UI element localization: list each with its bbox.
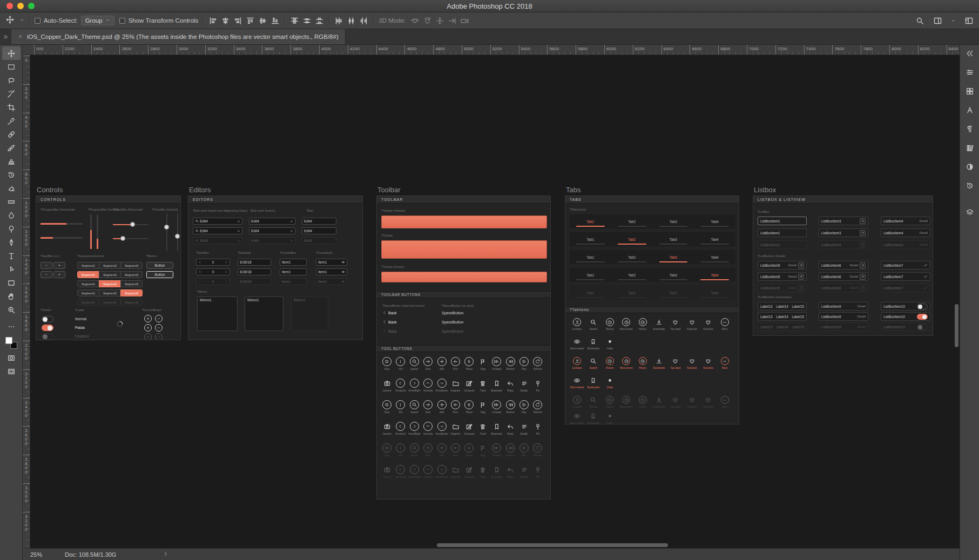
add-icon — [439, 359, 445, 365]
close-tab-icon[interactable] — [18, 33, 23, 40]
history-tool[interactable] — [2, 168, 21, 181]
auto-select-dropdown[interactable]: Group — [81, 16, 114, 25]
mock-toolbutton — [423, 379, 433, 388]
current-tool-icon[interactable] — [5, 15, 15, 26]
slide-3d-icon[interactable] — [448, 16, 457, 25]
mock-segment: Segment2 — [99, 262, 121, 269]
zoom-tool[interactable] — [2, 303, 21, 316]
layout-icon[interactable] — [933, 16, 942, 25]
dodge-tool[interactable] — [2, 222, 21, 235]
distribute-bottom-icon[interactable] — [315, 16, 324, 25]
distribute-center-h-icon[interactable] — [347, 16, 356, 25]
distribute-top-icon[interactable] — [290, 16, 299, 25]
minimize-window-button[interactable] — [17, 3, 24, 9]
brush-tool[interactable] — [2, 141, 21, 154]
heal-tool[interactable] — [2, 127, 21, 141]
vertical-scrollbar-thumb[interactable] — [955, 304, 958, 347]
show-transform-checkbox[interactable] — [119, 18, 125, 24]
layers-panel[interactable] — [963, 206, 977, 218]
wand-tool[interactable] — [2, 87, 21, 100]
stamp-tool[interactable] — [2, 154, 21, 168]
align-left-icon[interactable] — [208, 16, 218, 25]
x-icon[interactable] — [18, 34, 23, 39]
chevrons-icon[interactable] — [3, 34, 9, 40]
listbox-artboard[interactable]: LISTBOX & LISTVIEWTListBoxTListBoxItem (… — [753, 195, 933, 336]
character-panel[interactable] — [963, 104, 977, 116]
mock-toolbutton-label: ArrowRight — [408, 389, 421, 393]
color-panel[interactable] — [963, 66, 977, 78]
distribute-middle-icon[interactable] — [302, 16, 312, 25]
workspace-icon[interactable] — [964, 16, 974, 25]
horizontal-scrollbar-thumb[interactable] — [437, 543, 668, 547]
mock-tabitem — [721, 357, 729, 365]
mock-toolbutton-label: Organize — [449, 433, 462, 436]
distribute-right-icon[interactable] — [359, 16, 368, 25]
align-right-icon[interactable] — [233, 16, 242, 25]
chevron-down-icon[interactable] — [951, 18, 956, 23]
toolbar-artboard[interactable]: TOOLBARTToolbar (Header)TToolbarTToolbar… — [376, 195, 551, 500]
align-bottom-icon[interactable] — [271, 16, 280, 25]
photoshop-window: Adobe Photoshop CC 2018 Auto-Select: Gro… — [0, 0, 979, 560]
roll-3d-icon[interactable] — [423, 16, 432, 25]
camera-3d-icon[interactable] — [460, 16, 469, 25]
history-panel[interactable] — [963, 180, 977, 192]
pen-tool[interactable] — [2, 235, 21, 249]
adjustments-panel[interactable] — [963, 161, 977, 173]
mock-tabitem — [589, 376, 597, 384]
blur-tool[interactable] — [2, 208, 21, 222]
search-icon[interactable] — [915, 16, 924, 25]
mock-tabitem — [688, 357, 696, 365]
mock-toolbutton — [410, 422, 419, 431]
collapse-panels[interactable] — [963, 48, 977, 59]
maximize-window-button[interactable] — [28, 3, 35, 9]
move-icon — [5, 15, 15, 24]
foreground-color-swatch[interactable] — [5, 337, 12, 344]
status-chevron-icon[interactable] — [163, 551, 168, 558]
editors-artboard[interactable]: EDITORSTEdit (with Search and Magnifying… — [188, 195, 363, 340]
foreground-background-swatches[interactable] — [4, 336, 18, 350]
align-top-icon[interactable] — [246, 16, 255, 25]
orbit-3d-icon[interactable] — [410, 16, 420, 25]
info-icon — [397, 402, 403, 408]
tool-preset-caret-icon[interactable] — [19, 17, 24, 24]
mock-caption: TProgressBar (Horizontal) — [40, 208, 75, 211]
pathselect-tool[interactable] — [2, 262, 21, 276]
edit-toolbar-ellipsis[interactable] — [2, 320, 21, 333]
mock-toolbutton-label: Trash — [476, 389, 490, 393]
lasso-tool[interactable] — [2, 73, 21, 87]
document-canvas[interactable]: ControlsCONTROLSTProgressBar (Horizontal… — [30, 55, 960, 548]
doc-size-info: Doc: 108.5M/1.30G — [65, 551, 116, 558]
mock-tabitem-label: Chats — [602, 347, 618, 350]
screenmode-button[interactable] — [2, 365, 21, 378]
ruler-tick: 5600 — [547, 45, 548, 55]
eraser-tool[interactable] — [2, 181, 21, 195]
eyedropper-tool[interactable] — [2, 114, 21, 127]
document-tab[interactable]: iOS_Copper_Dark_Theme.psd @ 25% (The ass… — [11, 29, 346, 44]
auto-select-checkbox[interactable] — [35, 18, 40, 24]
pan-3d-icon[interactable] — [435, 16, 444, 25]
quickmask-button[interactable] — [2, 351, 21, 365]
mock-button: Button — [146, 262, 173, 269]
chevron-right-icon[interactable] — [163, 551, 168, 557]
align-center-h-icon[interactable] — [221, 16, 230, 25]
tab-overflow-icon[interactable] — [0, 29, 11, 44]
controls-artboard[interactable]: CONTROLSTProgressBar (Horizontal)TProgre… — [36, 195, 181, 340]
crop-tool[interactable] — [2, 100, 21, 114]
distribute-left-icon[interactable] — [334, 16, 343, 25]
hand-tool[interactable] — [2, 289, 21, 303]
close-window-button[interactable] — [6, 3, 13, 9]
shape-tool[interactable] — [2, 276, 21, 289]
mock-tabitem-label: Search — [585, 367, 602, 370]
marquee-tool[interactable] — [2, 60, 21, 73]
brush-icon — [7, 144, 16, 152]
swatches-panel[interactable] — [963, 85, 977, 97]
tabs-artboard[interactable]: TABSTTabControlTab1Tab2Tab3Tab4Tab1Tab2T… — [565, 195, 739, 424]
libraries-panel[interactable] — [963, 142, 977, 154]
move-tool[interactable] — [2, 46, 21, 60]
type-tool[interactable] — [2, 249, 21, 262]
ruler-tick: 6800 — [718, 45, 719, 55]
align-middle-icon[interactable] — [258, 16, 267, 25]
ruler-tick: 3800 — [291, 45, 291, 55]
gradient-tool[interactable] — [2, 195, 21, 208]
paragraph-panel[interactable] — [963, 123, 977, 135]
